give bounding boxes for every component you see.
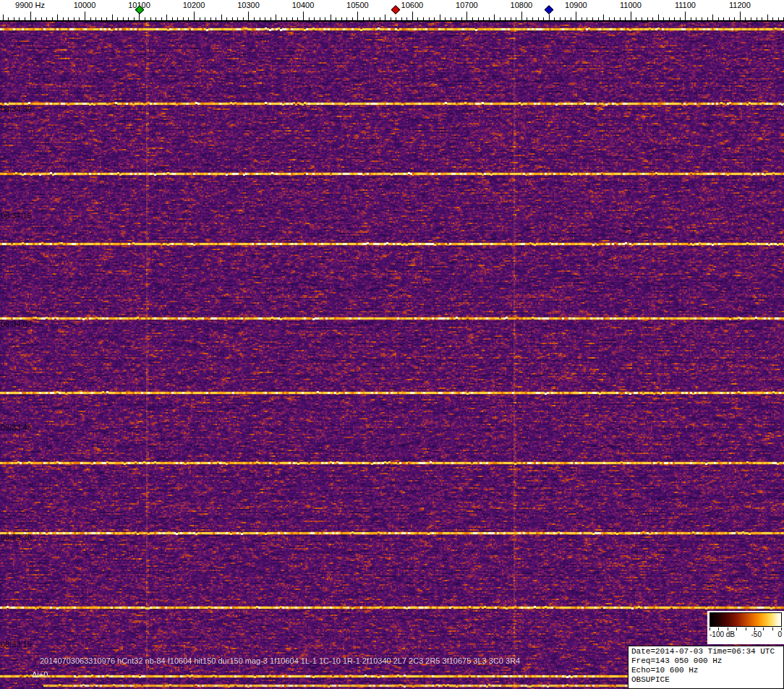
freq-tick-label: 10700 [455,1,479,9]
freq-tick-label: 11100 [674,1,696,9]
freq-tick-label: 9900 Hz [14,1,46,9]
freq-tick-label: 10200 [182,1,206,9]
freq-tick-label: 10000 [73,1,97,9]
freq-tick-label: 10400 [291,1,315,9]
delta-indicator: Δi+0 [32,670,48,679]
freq-tick-label: 10800 [510,1,534,9]
colorbar-labels: -100 dB -50 0 [710,630,782,639]
frequency-ruler: 9900 Hz100001010010200103001040010500106… [0,0,784,22]
freq-tick-label: 10500 [346,1,370,9]
time-tick-label: 08:34:00 [1,320,32,328]
colorbar-min-label: -100 dB [710,630,735,639]
spectrogram-window: 9900 Hz100001010010200103001040010500106… [0,0,784,689]
time-tick-label: 08:33:30 [1,533,32,542]
info-echo: Echo=10 600 Hz [631,666,780,675]
freq-tick-label: 10900 [564,1,588,9]
waterfall-area: 08:34:3008:34:1508:34:0008:33:4508:33:30… [0,22,784,689]
info-box: Date=2014-07-03 Time=06:34 UTC Freq=143 … [628,646,784,689]
freq-tick-label: 10300 [237,1,260,9]
freq-tick-label: 11000 [619,1,642,9]
freq-tick-label: 11200 [728,1,751,9]
colorbar-max-label: 0 [777,630,782,639]
info-date-time: Date=2014-07-03 Time=06:34 UTC [631,647,780,656]
time-tick-lines-canvas [0,22,784,689]
time-tick-label: 08:33:15 [1,640,32,649]
info-frequency: Freq=143 050 000 Hz [631,656,780,666]
info-station: OBSUPICE [631,675,780,685]
time-tick-label: 08:34:15 [1,211,32,220]
colorbar-mid-label: -50 [751,630,762,639]
colorbar: -100 dB -50 0 [707,611,784,644]
freq-tick-label: 10600 [401,1,425,9]
time-tick-label: 08:34:30 [1,105,32,114]
hit-annotation: 20140703063310976 hCnt32 nb-84 f10604 hi… [40,656,520,665]
time-tick-label: 08:33:45 [1,423,32,432]
colorbar-gradient [710,612,782,627]
